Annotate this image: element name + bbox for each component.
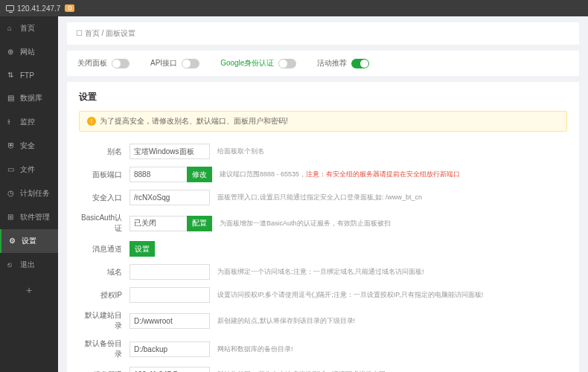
btn-port-modify[interactable]: 修改	[187, 167, 212, 182]
hint-entry: 面板管理入口,设置后只能通过指定安全入口登录面板,如: /www_bt_cn	[217, 193, 422, 202]
panel-title: 设置	[79, 91, 567, 103]
input-alias[interactable]	[130, 144, 210, 159]
sidebar-item-software[interactable]: ⊞软件管理	[0, 205, 58, 229]
folder-icon: ▭	[7, 165, 16, 174]
chart-icon: ⫳	[7, 118, 16, 126]
clock-icon: ◷	[7, 189, 16, 198]
toggle-recommend[interactable]	[351, 59, 369, 68]
gear-icon: ⚙	[9, 237, 18, 246]
sidebar-item-monitor[interactable]: ⫳监控	[0, 110, 58, 134]
label-basicauth: BasicAuth认证	[79, 213, 122, 234]
input-site-dir[interactable]	[130, 313, 210, 329]
toggle-close-panel[interactable]	[112, 59, 130, 68]
toggle-close-label: 关闭面板	[77, 58, 107, 68]
hint-port: 建议端口范围8888 - 65535，注意：有安全组的服务器请提前在安全组放行新…	[220, 170, 460, 179]
hint-backup-dir: 网站和数据库的备份目录!	[217, 344, 293, 354]
hint-auth-ip: 设置访问授权IP,多个请使用逗号(,)隔开;注意：一旦设置授权IP,只有指定的电…	[217, 290, 483, 300]
label-port: 面板端口	[79, 170, 122, 180]
hint-domain: 为面板绑定一个访问域名;注意：一旦绑定域名,只能通过域名访问面板!	[217, 267, 424, 277]
label-domain: 域名	[79, 267, 122, 278]
toggle-google-auth[interactable]	[278, 59, 296, 68]
label-alias: 别名	[79, 147, 122, 157]
notification-badge[interactable]: 0	[65, 4, 74, 12]
globe-icon: ⊕	[7, 48, 16, 57]
breadcrumb: ☐ 首页 / 面板设置	[67, 22, 579, 45]
hint-site-dir: 新创建的站点,默认将保存到该目录的下级目录!	[217, 316, 355, 326]
database-icon: ▤	[7, 94, 16, 103]
main-content: ☐ 首页 / 面板设置 关闭面板 API接口 Google身份认证 活动推荐 设…	[58, 16, 588, 372]
input-basicauth[interactable]	[130, 216, 188, 231]
toggle-bar: 关闭面板 API接口 Google身份认证 活动推荐	[67, 51, 579, 76]
shield-icon: ⛨	[7, 141, 16, 150]
hint-basicauth: 为面板增加一道BasicAuth的认证服务，有效防止面板被扫	[220, 219, 391, 228]
sidebar-item-ftp[interactable]: ⇅FTP	[0, 64, 58, 86]
input-server-ip[interactable]	[130, 367, 210, 372]
toggle-api[interactable]	[182, 59, 199, 68]
home-icon: ⌂	[7, 24, 16, 33]
sidebar-item-cron[interactable]: ◷计划任务	[0, 182, 58, 205]
label-entry: 安全入口	[79, 193, 122, 203]
warning-banner: !为了提高安全，请修改别名、默认端口、面板用户和密码!	[79, 111, 567, 132]
sidebar: ⌂首页 ⊕网站 ⇅FTP ▤数据库 ⫳监控 ⛨安全 ▭文件 ◷计划任务 ⊞软件管…	[0, 16, 58, 372]
exit-icon: ⎋	[7, 260, 16, 269]
sidebar-item-files[interactable]: ▭文件	[0, 158, 58, 182]
input-auth-ip[interactable]	[130, 287, 210, 303]
input-port[interactable]	[130, 167, 188, 182]
breadcrumb-current: 面板设置	[106, 29, 135, 37]
label-auth-ip: 授权IP	[79, 290, 122, 301]
breadcrumb-home[interactable]: 首页	[85, 29, 100, 37]
toggle-rec-label: 活动推荐	[317, 58, 347, 68]
input-backup-dir[interactable]	[130, 341, 210, 357]
label-site-dir: 默认建站目录	[79, 310, 122, 331]
label-msg: 消息通道	[79, 244, 122, 254]
label-server-ip: 服务器IP	[79, 370, 122, 373]
sidebar-item-security[interactable]: ⛨安全	[0, 134, 58, 158]
settings-panel: 设置 !为了提高安全，请修改别名、默认端口、面板用户和密码! 别名给面板取个别名…	[67, 82, 579, 372]
sidebar-item-home[interactable]: ⌂首页	[0, 16, 58, 40]
warning-icon: !	[87, 117, 96, 126]
btn-msg-set[interactable]: 设置	[130, 241, 155, 257]
toggle-api-label: API接口	[150, 58, 177, 68]
sidebar-item-database[interactable]: ▤数据库	[0, 86, 58, 110]
input-entry[interactable]	[130, 190, 210, 205]
hint-alias: 给面板取个别名	[217, 147, 264, 156]
sidebar-item-site[interactable]: ⊕网站	[0, 40, 58, 64]
server-ip-top: 120.41.247.7	[17, 4, 60, 13]
sidebar-item-settings[interactable]: ⚙设置	[0, 229, 58, 253]
btn-basicauth-config[interactable]: 配置	[187, 216, 212, 231]
sidebar-item-logout[interactable]: ⎋退出	[0, 253, 58, 277]
toggle-google-label: Google身份认证	[220, 58, 274, 68]
package-icon: ⊞	[7, 213, 16, 222]
monitor-icon	[6, 5, 14, 11]
ftp-icon: ⇅	[7, 71, 16, 80]
top-bar: 120.41.247.7 0	[0, 0, 588, 16]
label-backup-dir: 默认备份目录	[79, 339, 122, 359]
sidebar-add[interactable]: +	[0, 277, 58, 304]
input-domain[interactable]	[130, 264, 210, 280]
